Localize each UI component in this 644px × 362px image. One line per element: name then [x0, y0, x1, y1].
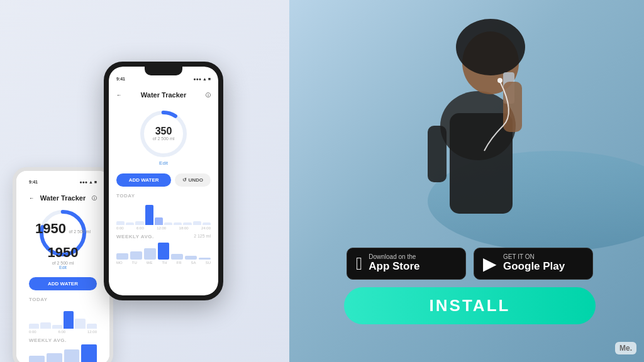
back-wbar-4	[81, 344, 97, 362]
front-add-water-btn[interactable]: ADD WATER	[116, 173, 171, 187]
fbar-7	[174, 222, 182, 225]
store-buttons:  Download on the App Store ▶ GET IT ON …	[347, 248, 593, 280]
fwlabel-tu: TU	[132, 261, 137, 265]
svg-point-7	[462, 31, 519, 94]
front-water-circle-container: 350 of 2 500 ml Edit	[109, 102, 218, 170]
back-add-water-btn[interactable]: ADD WATER	[29, 277, 97, 290]
svg-rect-9	[503, 72, 514, 104]
fwlabel-we: WE	[147, 261, 153, 265]
back-app-title: Water Tracker	[40, 194, 86, 202]
back-app-header: ← Water Tracker ⓘ	[21, 184, 104, 206]
front-chart	[109, 200, 218, 225]
front-water-text: 350 of 2 500 ml	[153, 126, 175, 141]
back-time: 9:41	[29, 180, 38, 184]
fwbar-7	[199, 258, 211, 260]
back-water-amount: 1950	[35, 221, 66, 236]
back-add-water-row: ADD WATER	[21, 273, 104, 294]
front-arrow-icon: ←	[116, 92, 121, 98]
googleplay-sub: GET IT ON	[503, 254, 565, 260]
flabel-24: 24:00	[201, 226, 211, 230]
fwbar-5	[171, 254, 183, 260]
back-weekly-label: WEEKLY AVG.	[21, 335, 104, 344]
fbar-5	[155, 217, 163, 225]
back-info-icon: ⓘ	[92, 195, 97, 202]
front-app-header: ← Water Tracker ⓘ	[109, 81, 218, 102]
svg-rect-10	[450, 113, 513, 214]
fbar-6	[164, 222, 172, 225]
appstore-button[interactable]:  Download on the App Store	[347, 248, 466, 280]
me-badge: Me.	[615, 342, 636, 354]
appstore-sub: Download on the	[369, 254, 419, 260]
front-chart-labels: 0:00 6:00 12:00 18:00 24:00	[109, 225, 218, 231]
apple-icon: 	[356, 254, 362, 274]
fwlabel-su: SU	[206, 261, 211, 265]
fbar-1	[116, 221, 125, 225]
svg-rect-11	[503, 82, 522, 132]
front-water-amount: 350	[153, 126, 175, 136]
phone-back: 9:41 ●●● ▲ ■ ← Water Tracker ⓘ 1950 of 2…	[13, 167, 113, 362]
back-chart-labels: 0:00 6:00 12:00	[21, 329, 104, 335]
fwbar-6	[185, 256, 197, 260]
svg-point-6	[440, 91, 516, 160]
googleplay-name: Google Play	[503, 260, 565, 273]
phone-back-screen: 9:41 ●●● ▲ ■ ← Water Tracker ⓘ 1950 of 2…	[16, 171, 109, 362]
fbar-8	[183, 222, 191, 225]
front-weekly-chart	[109, 241, 218, 260]
fbar-2	[126, 222, 134, 225]
right-content:  Download on the App Store ▶ GET IT ON …	[308, 248, 631, 324]
fwbar-2	[130, 251, 142, 260]
front-weekly-header: WEEKLY AVG. 2 125 ml	[109, 231, 218, 241]
phone-front: 9:41 ●●● ▲ ■ ← Water Tracker ⓘ 350 of 2	[104, 62, 223, 300]
back-signal: ●●● ▲ ■	[79, 180, 97, 184]
appstore-text: Download on the App Store	[369, 254, 419, 273]
back-label-12: 12:00	[87, 330, 97, 334]
svg-point-13	[497, 78, 502, 83]
back-wbar-2	[47, 353, 62, 363]
front-weekly-label: WEEKLY AVG.	[116, 231, 154, 241]
back-weekly-chart	[21, 344, 104, 362]
fbar-4	[145, 205, 153, 225]
svg-point-5	[428, 151, 644, 251]
front-undo-btn[interactable]: ↺ UNDO	[175, 173, 211, 187]
flabel-18: 18:00	[179, 226, 189, 230]
googleplay-text: GET IT ON Google Play	[503, 254, 565, 273]
back-bar-4	[64, 311, 74, 329]
right-panel:  Download on the App Store ▶ GET IT ON …	[289, 0, 644, 362]
front-today-label: TODAY	[109, 190, 218, 200]
front-weekly-labels: MO TU WE TH FR SA SU	[109, 260, 218, 266]
fwlabel-mo: MO	[116, 261, 123, 265]
back-label-6: 6:00	[58, 330, 65, 334]
back-bar-1	[29, 324, 39, 329]
front-info-icon: ⓘ	[206, 92, 211, 99]
front-edit-link[interactable]: Edit	[159, 160, 168, 166]
flabel-0: 0:00	[116, 226, 124, 230]
fwbar-1	[116, 253, 128, 260]
front-water-circle: 350 of 2 500 ml	[138, 109, 189, 159]
googleplay-button[interactable]: ▶ GET IT ON Google Play	[474, 248, 593, 280]
fwlabel-sa: SA	[191, 261, 196, 265]
back-edit-label: Edit	[21, 265, 104, 270]
back-today-label: TODAY	[21, 294, 104, 304]
back-bar-5	[75, 319, 85, 329]
appstore-name: App Store	[369, 260, 419, 273]
front-time: 9:41	[116, 77, 125, 81]
install-button[interactable]: INSTALL	[344, 287, 596, 324]
phone-notch	[145, 67, 182, 75]
svg-rect-12	[428, 126, 447, 182]
back-water-goal: of 2 500 ml	[69, 229, 91, 234]
front-water-goal: of 2 500 ml	[153, 136, 175, 141]
back-chart	[21, 304, 104, 329]
fbar-9	[193, 221, 201, 225]
left-panel: 9:41 ●●● ▲ ■ ← Water Tracker ⓘ 1950 of 2…	[0, 0, 289, 362]
back-bar-6	[87, 324, 97, 329]
phone-screen: 9:41 ●●● ▲ ■ ← Water Tracker ⓘ 350 of 2	[109, 67, 218, 295]
front-app-title: Water Tracker	[141, 91, 186, 99]
back-water-goal2: of 2 500 ml	[21, 261, 104, 265]
flabel-12: 12:00	[157, 226, 166, 230]
back-arrow-icon: ←	[29, 195, 34, 201]
back-bar-3	[52, 325, 62, 329]
fwbar-3	[144, 248, 156, 260]
back-bar-2	[40, 322, 50, 329]
fwbar-4	[158, 243, 170, 260]
fbar-3	[135, 221, 143, 225]
